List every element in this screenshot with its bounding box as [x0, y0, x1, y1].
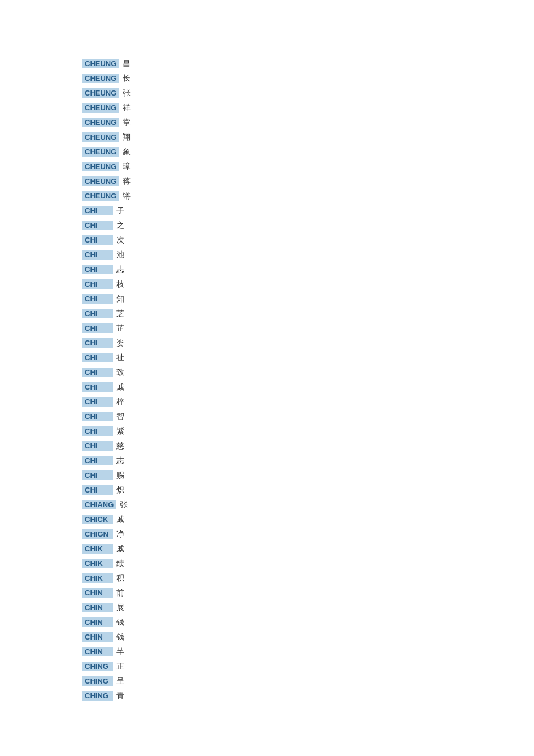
list-item: CHEUNG昌 — [82, 57, 534, 71]
romanization-label: CHIN — [82, 647, 113, 656]
list-item: CHI志 — [82, 262, 534, 277]
romanization-label: CHI — [82, 206, 113, 215]
chinese-character: 次 — [116, 235, 124, 245]
chinese-character: 赐 — [116, 470, 124, 481]
chinese-character: 知 — [116, 294, 124, 304]
romanization-label: CHIK — [82, 573, 113, 583]
romanization-label: CHEUNG — [82, 162, 119, 171]
list-item: CHI枝 — [82, 277, 534, 291]
romanization-label: CHI — [82, 279, 113, 289]
romanization-label: CHEUNG — [82, 103, 119, 113]
list-item: CHI梓 — [82, 395, 534, 409]
chinese-character: 池 — [116, 250, 124, 260]
romanization-label: CHEUNG — [82, 118, 119, 127]
romanization-label: CHI — [82, 235, 113, 245]
chinese-character: 青 — [116, 691, 124, 701]
chinese-character: 炽 — [116, 485, 124, 495]
list-item: CHI赐 — [82, 468, 534, 482]
chinese-character: 积 — [116, 573, 124, 584]
list-item: CHIN钱 — [82, 615, 534, 629]
romanization-label: CHI — [82, 368, 113, 377]
chinese-character: 祉 — [116, 353, 124, 363]
romanization-label: CHIGN — [82, 529, 113, 539]
list-item: CHI芷 — [82, 321, 534, 335]
list-item: CHIN展 — [82, 601, 534, 615]
romanization-label: CHING — [82, 662, 113, 671]
romanization-label: CHEUNG — [82, 191, 119, 201]
romanization-label: CHEUNG — [82, 176, 119, 186]
chinese-character: 璋 — [123, 162, 131, 172]
list-item: CHI炽 — [82, 483, 534, 497]
list-item: CHING呈 — [82, 674, 534, 688]
list-item: CHEUNG锵 — [82, 189, 534, 203]
chinese-character: 钱 — [116, 632, 124, 642]
chinese-character: 前 — [116, 588, 124, 598]
list-item: CHIN芊 — [82, 645, 534, 659]
chinese-character: 掌 — [123, 118, 131, 128]
list-item: CHI智 — [82, 409, 534, 424]
chinese-character: 智 — [116, 412, 124, 422]
chinese-character: 芝 — [116, 309, 124, 319]
chinese-character: 志 — [116, 456, 124, 466]
chinese-character: 长 — [123, 74, 131, 84]
romanization-label: CHI — [82, 382, 113, 392]
chinese-character: 绩 — [116, 559, 124, 569]
romanization-label: CHI — [82, 323, 113, 333]
chinese-character: 象 — [123, 147, 131, 157]
list-item: CHEUNG掌 — [82, 115, 534, 129]
romanization-label: CHI — [82, 221, 113, 230]
chinese-character: 紫 — [116, 426, 124, 437]
chinese-character: 蒋 — [123, 176, 131, 187]
chinese-character: 展 — [116, 603, 124, 613]
main-container: CHEUNG昌CHEUNG长CHEUNG张CHEUNG祥CHEUNG掌CHEUN… — [0, 0, 534, 737]
romanization-label: CHIANG — [82, 500, 116, 509]
chinese-character: 呈 — [116, 676, 124, 686]
romanization-label: CHING — [82, 691, 113, 701]
chinese-character: 芷 — [116, 323, 124, 334]
list-item: CHEUNG张 — [82, 86, 534, 100]
list-item: CHEUNG长 — [82, 71, 534, 85]
list-item: CHEUNG璋 — [82, 159, 534, 174]
list-item: CHI戚 — [82, 380, 534, 394]
chinese-character: 姿 — [116, 338, 124, 348]
romanization-label: CHI — [82, 412, 113, 421]
list-item: CHI致 — [82, 365, 534, 379]
chinese-character: 正 — [116, 662, 124, 672]
romanization-label: CHIN — [82, 588, 113, 598]
chinese-character: 祥 — [123, 103, 131, 113]
romanization-label: CHEUNG — [82, 88, 119, 98]
chinese-character: 翔 — [123, 132, 131, 142]
romanization-label: CHIN — [82, 617, 113, 627]
romanization-label: CHI — [82, 250, 113, 260]
chinese-character: 芊 — [116, 647, 124, 657]
list-item: CHI子 — [82, 204, 534, 218]
romanization-label: CHIN — [82, 632, 113, 642]
list-item: CHI次 — [82, 233, 534, 247]
list-item: CHIN钱 — [82, 630, 534, 644]
list-item: CHEUNG象 — [82, 145, 534, 159]
romanization-label: CHI — [82, 353, 113, 362]
list-item: CHI池 — [82, 248, 534, 262]
chinese-character: 昌 — [123, 59, 131, 69]
romanization-label: CHI — [82, 338, 113, 348]
list-item: CHI知 — [82, 292, 534, 306]
chinese-character: 锵 — [123, 191, 131, 201]
list-item: CHEUNG祥 — [82, 101, 534, 115]
list-item: CHICK戚 — [82, 512, 534, 526]
list-item: CHIK戚 — [82, 542, 534, 556]
chinese-character: 致 — [116, 368, 124, 378]
romanization-label: CHEUNG — [82, 132, 119, 142]
list-item: CHI紫 — [82, 424, 534, 438]
list-item: CHI姿 — [82, 336, 534, 350]
romanization-label: CHI — [82, 309, 113, 318]
romanization-label: CHEUNG — [82, 59, 119, 68]
romanization-label: CHIN — [82, 603, 113, 612]
chinese-character: 戚 — [116, 382, 124, 392]
romanization-label: CHI — [82, 294, 113, 304]
romanization-label: CHI — [82, 265, 113, 274]
romanization-label: CHEUNG — [82, 74, 119, 83]
list-item: CHIK绩 — [82, 556, 534, 571]
list-item: CHIN前 — [82, 586, 534, 600]
romanization-label: CHI — [82, 470, 113, 480]
romanization-label: CHI — [82, 485, 113, 495]
